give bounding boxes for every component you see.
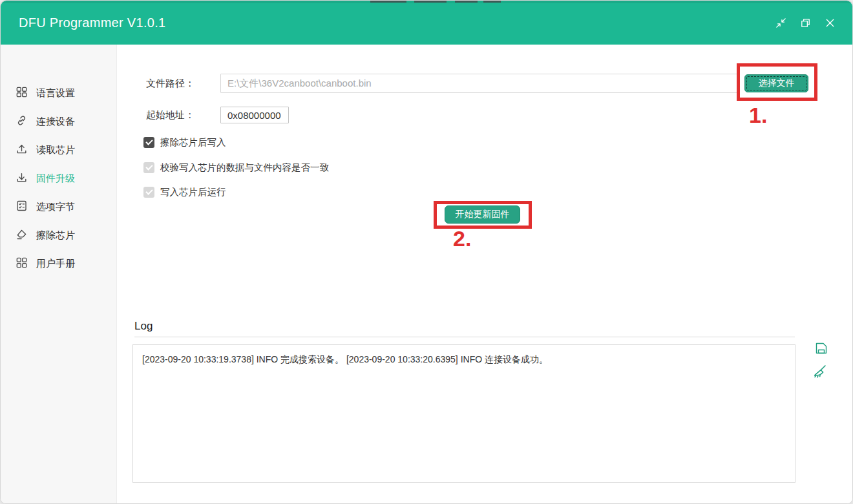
upload-icon: [16, 143, 28, 157]
sidebar-item-label: 选项字节: [36, 201, 75, 213]
link-icon: [16, 114, 28, 129]
sidebar-item-label: 连接设备: [36, 116, 75, 128]
clear-log-button[interactable]: [810, 362, 828, 381]
sidebar-item-connect-device[interactable]: 连接设备: [1, 107, 116, 136]
sidebar-item-firmware-upgrade[interactable]: 固件升级: [1, 164, 116, 193]
annotation-step2-number: 2.: [453, 226, 471, 251]
checkbox-row: 擦除芯片后写入: [143, 136, 226, 149]
sidebar-item-option-bytes[interactable]: 选项字节: [1, 193, 116, 221]
window-controls: [772, 14, 838, 31]
start-address-input[interactable]: [220, 107, 289, 123]
checkbox-disabled-checked: [143, 187, 154, 198]
annotation-box-step1: 选择文件: [737, 63, 817, 101]
broom-icon: [811, 363, 828, 381]
minimize-icon[interactable]: [772, 14, 789, 31]
log-section-title: Log: [134, 320, 153, 333]
sidebar-item-user-manual[interactable]: 用户手册: [1, 249, 116, 278]
main-content: 文件路径： 选择文件 1. 起始地址： 擦除芯片后写入校验写入芯片的数据与文件内…: [117, 45, 853, 504]
close-icon[interactable]: [821, 14, 838, 31]
top-edge-artifact: [370, 1, 406, 3]
grid-icon: [16, 86, 28, 100]
grid-icon: [16, 257, 28, 271]
checkbox-disabled-checked: [143, 162, 154, 173]
sidebar-item-label: 语言设置: [36, 87, 75, 100]
top-edge-artifact: [455, 1, 478, 3]
log-output[interactable]: [2023-09-20 10:33:19.3738] INFO 完成搜索设备。 …: [132, 344, 795, 483]
file-path-label: 文件路径：: [146, 78, 195, 90]
checkbox-row: 校验写入芯片的数据与文件内容是否一致: [143, 161, 329, 174]
choose-file-button[interactable]: 选择文件: [744, 74, 808, 92]
checkbox-checked[interactable]: [143, 137, 154, 148]
checkbox-row: 写入芯片后运行: [143, 185, 226, 198]
checkbox-label: 写入芯片后运行: [160, 186, 226, 198]
log-entry: [2023-09-20 10:33:19.3738] INFO 完成搜索设备。 …: [142, 354, 548, 364]
sidebar-item-read-chip[interactable]: 读取芯片: [1, 136, 116, 164]
start-update-firmware-button[interactable]: 开始更新固件: [445, 205, 520, 224]
save-log-button[interactable]: [812, 339, 830, 357]
maximize-icon[interactable]: [797, 14, 814, 31]
eraser-icon: [16, 228, 28, 242]
checkbox-label: 校验写入芯片的数据与文件内容是否一致: [160, 162, 329, 174]
sidebar: 语言设置连接设备读取芯片固件升级选项字节擦除芯片用户手册: [1, 45, 117, 503]
download-icon: [16, 171, 28, 185]
top-edge-artifact: [414, 1, 447, 3]
window-title: DFU Programmer V1.0.1: [19, 16, 165, 30]
save-icon: [814, 341, 829, 356]
checklist-icon: [16, 200, 28, 214]
annotation-box-step2: 开始更新固件: [434, 201, 532, 229]
log-divider: [134, 337, 795, 337]
sidebar-item-label: 固件升级: [36, 173, 75, 185]
app-window: DFU Programmer V1.0.1: [0, 0, 853, 504]
sidebar-item-label: 用户手册: [36, 258, 75, 270]
sidebar-item-label: 读取芯片: [36, 144, 75, 156]
sidebar-item-label: 擦除芯片: [36, 229, 75, 242]
sidebar-item-erase-chip[interactable]: 擦除芯片: [1, 221, 116, 249]
annotation-step1-number: 1.: [749, 103, 767, 128]
sidebar-item-language-settings[interactable]: 语言设置: [1, 79, 116, 107]
start-address-label: 起始地址：: [146, 109, 195, 121]
checkbox-label: 擦除芯片后写入: [160, 136, 226, 149]
file-path-input[interactable]: [220, 74, 795, 93]
top-edge-artifact: [483, 1, 501, 3]
title-bar: DFU Programmer V1.0.1: [1, 1, 852, 45]
